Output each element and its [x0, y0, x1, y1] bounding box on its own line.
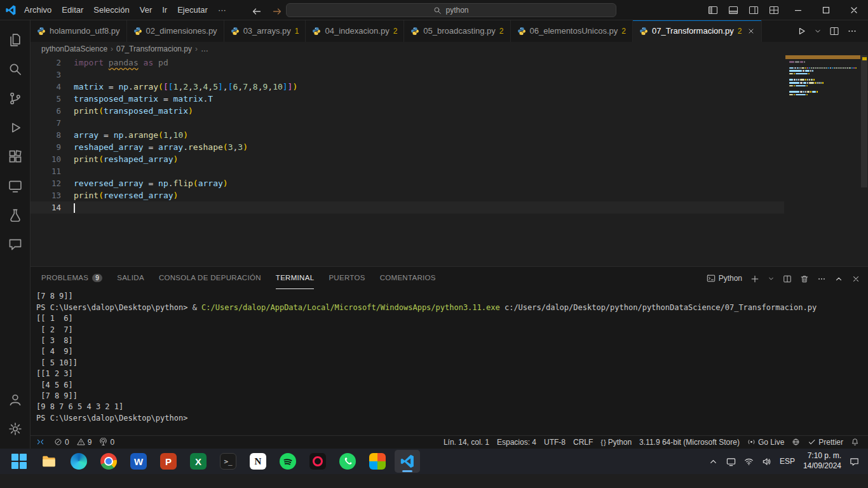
panel-tab-problemas[interactable]: PROBLEMAS9 — [41, 267, 102, 289]
breadcrumb-item[interactable]: … — [201, 44, 208, 53]
code-line[interactable]: 13print(reversed_array) — [31, 189, 784, 201]
code-line[interactable]: 3 — [31, 69, 784, 81]
terminal-profile-chevron-icon[interactable] — [768, 273, 775, 284]
activity-extensions[interactable] — [0, 142, 31, 172]
activity-remote-explorer[interactable] — [0, 172, 31, 201]
activity-testing[interactable] — [0, 201, 31, 230]
clock[interactable]: 7:10 p. m. 14/09/2024 — [803, 451, 841, 471]
open-in-browser[interactable] — [788, 436, 804, 449]
taskbar-vscode[interactable] — [395, 450, 420, 473]
remote-indicator[interactable] — [31, 436, 50, 449]
activity-search[interactable] — [0, 55, 31, 84]
maximize-button[interactable] — [812, 0, 840, 20]
terminal-output[interactable]: [7 8 9]]PS C:\Users\dalop\Desktop\python… — [31, 289, 868, 435]
code-line[interactable]: 6print(transposed_matrix) — [31, 105, 784, 117]
code-line[interactable]: 5transposed_matrix = matrix.T — [31, 93, 784, 105]
code-line[interactable]: 10print(reshaped_array) — [31, 153, 784, 165]
cast-icon[interactable] — [726, 456, 736, 467]
taskbar-spotify[interactable] — [275, 450, 301, 473]
prettier[interactable]: Prettier — [804, 436, 847, 449]
breadcrumb-item[interactable]: pythonDataScience — [41, 44, 107, 53]
activity-accounts[interactable] — [0, 385, 31, 414]
maximize-panel-button[interactable] — [834, 273, 843, 284]
back-button[interactable] — [252, 5, 262, 17]
toggle-panel-button[interactable] — [723, 5, 743, 15]
errors-count[interactable]: 0 — [50, 436, 73, 449]
menu-item[interactable]: Selección — [88, 3, 134, 18]
breadcrumb-item[interactable]: 07_Transformacion.py — [116, 44, 192, 53]
activity-comments[interactable] — [0, 230, 31, 259]
customize-layout-button[interactable] — [764, 5, 784, 15]
forwarded-ports[interactable]: 0 — [95, 436, 118, 449]
panel-tab-comentarios[interactable]: COMENTARIOS — [380, 267, 436, 289]
keyboard-language[interactable]: ESP — [780, 457, 795, 466]
activity-run-and-debug[interactable] — [0, 113, 31, 142]
taskbar-file-explorer[interactable] — [36, 450, 62, 473]
more-actions-button[interactable] — [844, 26, 860, 36]
notifications[interactable] — [847, 436, 863, 449]
taskbar-edge[interactable] — [66, 450, 92, 473]
warnings-count[interactable]: 9 — [73, 436, 96, 449]
python-interpreter[interactable]: 3.11.9 64-bit (Microsoft Store) — [635, 436, 743, 449]
close-panel-button[interactable] — [851, 273, 860, 284]
language-mode[interactable]: { }Python — [597, 436, 635, 449]
forward-button[interactable] — [272, 5, 282, 17]
hidden-icons-chevron[interactable] — [709, 456, 718, 467]
taskbar-chrome[interactable] — [96, 450, 121, 473]
menu-item[interactable]: Ir — [157, 3, 172, 18]
split-editor-button[interactable] — [826, 26, 843, 36]
taskbar-word[interactable]: W — [126, 450, 151, 473]
menu-item[interactable]: Ejecutar — [172, 3, 213, 18]
minimap[interactable] — [785, 55, 860, 266]
panel-tab-terminal[interactable]: TERMINAL — [276, 267, 315, 289]
notification-center-icon[interactable] — [850, 456, 859, 467]
menu-item[interactable]: Editar — [57, 3, 88, 18]
taskbar-notion[interactable]: N — [245, 450, 271, 473]
command-center-search[interactable]: python — [286, 3, 616, 17]
menu-item[interactable]: Ver — [135, 3, 158, 18]
toggle-secondary-sidebar-button[interactable] — [743, 5, 764, 15]
toggle-primary-sidebar-button[interactable] — [703, 5, 723, 15]
new-terminal-button[interactable] — [750, 273, 759, 284]
code-line[interactable]: 12reversed_array = np.flip(array) — [31, 177, 784, 189]
tab-close-button[interactable] — [747, 27, 755, 35]
code-line[interactable]: 11 — [31, 165, 784, 177]
panel-tab-salida[interactable]: SALIDA — [117, 267, 144, 289]
scrollbar-slider[interactable] — [861, 55, 867, 187]
taskbar-whatsapp[interactable] — [335, 450, 360, 473]
tab-07_Transformacion.py[interactable]: 07_Transformacion.py2 — [633, 20, 762, 42]
terminal-profile[interactable]: Python — [707, 274, 742, 283]
tab-03_arrays.py[interactable]: 03_arrays.py1 — [224, 20, 306, 42]
cursor-position[interactable]: Lín. 14, col. 1 — [440, 436, 493, 449]
eol-sequence[interactable]: CRLF — [569, 436, 597, 449]
run-python-file-button[interactable] — [793, 26, 810, 36]
go-live[interactable]: Go Live — [743, 436, 788, 449]
taskbar-opera-gx[interactable] — [305, 450, 330, 473]
tab-05_broadcasting.py[interactable]: 05_broadcasting.py2 — [404, 20, 510, 42]
code-line[interactable]: 9reshaped_array = array.reshape(3,3) — [31, 141, 784, 153]
code-line[interactable]: 4matrix = np.array([[1,2,3,4,5],[6,7,8,9… — [31, 81, 784, 93]
tab-02_dimensiones.py[interactable]: 02_dimensiones.py — [127, 20, 224, 42]
volume-icon[interactable] — [762, 456, 771, 467]
wifi-icon[interactable] — [744, 456, 754, 467]
code-line[interactable]: 7 — [31, 117, 784, 129]
panel-tab-consola-de-depuración[interactable]: CONSOLA DE DEPURACIÓN — [159, 267, 261, 289]
encoding[interactable]: UTF-8 — [540, 436, 569, 449]
tab-06_elementosUnicos.py[interactable]: 06_elementosUnicos.py2 — [511, 20, 633, 42]
taskbar-terminal-app[interactable]: >_ — [215, 450, 241, 473]
activity-explorer[interactable] — [0, 25, 31, 55]
panel-more-actions-button[interactable] — [817, 273, 826, 284]
run-options-chevron-icon[interactable] — [811, 27, 825, 35]
activity-settings[interactable] — [0, 414, 31, 444]
editor-scrollbar[interactable] — [860, 55, 868, 266]
taskbar-powerpoint[interactable]: P — [156, 450, 181, 473]
code-line[interactable]: 2import pandas as pd — [31, 57, 784, 69]
menu-item[interactable]: ··· — [213, 3, 231, 18]
code-line[interactable]: 14 — [31, 201, 784, 214]
taskbar-photos[interactable] — [365, 450, 390, 473]
indentation[interactable]: Espacios: 4 — [493, 436, 540, 449]
close-window-button[interactable] — [840, 0, 868, 20]
tab-holamundo_utf8.py[interactable]: holamundo_utf8.py — [31, 20, 127, 42]
code-editor[interactable]: 2import pandas as pd34matrix = np.array(… — [31, 55, 868, 266]
split-terminal-button[interactable] — [783, 273, 792, 284]
